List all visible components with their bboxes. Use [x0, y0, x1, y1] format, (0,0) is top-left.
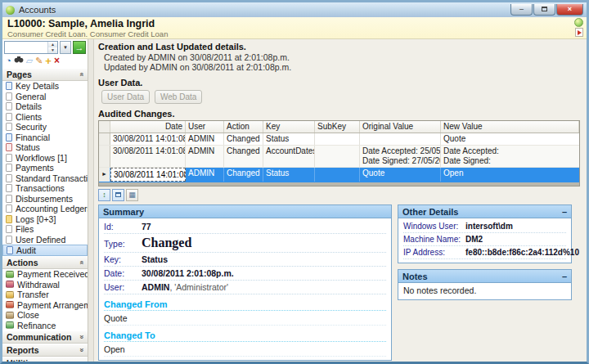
sidebar-item-files[interactable]: Files: [2, 224, 88, 235]
collapse-chevron-icon: «: [77, 72, 85, 76]
withdrawal-icon: [6, 281, 14, 288]
summary-field-type: Type: Changed: [104, 234, 386, 253]
page-icon: [6, 225, 12, 233]
expand-chevron-icon: »: [77, 335, 85, 339]
section-label: Reports: [7, 345, 39, 355]
titlebar[interactable]: Accounts – ×: [2, 2, 587, 17]
payment-arrangement-icon: [6, 301, 14, 308]
section-label: Communication: [7, 332, 71, 342]
changed-to-value: Open: [104, 342, 386, 357]
sidebar-item-transactions[interactable]: Transactions: [2, 183, 88, 194]
fit-rows-button[interactable]: ↕: [98, 189, 110, 201]
find-icon[interactable]: [14, 56, 24, 66]
spin-down-icon[interactable]: ▼: [48, 47, 57, 53]
user-data-button[interactable]: User Data: [101, 90, 150, 104]
sidebar-item-disbursements[interactable]: Disbursements: [2, 194, 88, 204]
maximize-icon: [542, 7, 547, 11]
sidebar-item-details[interactable]: Details: [2, 101, 88, 112]
sidebar-section-actions[interactable]: Actions «: [2, 256, 88, 269]
table-row[interactable]: 30/08/2011 14:01:08 ADMIN Changed Status…: [99, 133, 579, 146]
export-grid-button[interactable]: ▦: [126, 189, 138, 201]
detail-windows-user: Windows User: intersoft\dm: [403, 220, 566, 233]
sidebar-section-communication[interactable]: Communication »: [2, 330, 88, 344]
sidebar-item-clients[interactable]: Clients: [2, 112, 88, 123]
action-refinance[interactable]: Refinance: [2, 321, 88, 331]
minimize-button[interactable]: –: [510, 4, 533, 16]
grid-header-row: Date User Action Key SubKey Original Val…: [99, 121, 579, 133]
sidebar-item-logs[interactable]: Logs [0+3]: [2, 214, 88, 225]
sidebar-section-reports[interactable]: Reports »: [2, 344, 88, 357]
sidebar-item-status[interactable]: Status: [2, 142, 88, 153]
add-icon[interactable]: +: [45, 56, 52, 66]
clear-icon[interactable]: ▱: [26, 56, 33, 66]
updated-line: Updated by ADMIN on 30/08/2011 at 2:01:0…: [98, 63, 582, 73]
sidebar-item-security[interactable]: Security: [2, 122, 88, 133]
sidebar-item-audit[interactable]: Audit: [2, 245, 88, 256]
window-icon: [115, 192, 121, 197]
user-data-heading: User Data.: [98, 78, 582, 88]
action-withdrawal[interactable]: Withdrawal: [2, 280, 88, 290]
go-button[interactable]: →: [73, 41, 86, 54]
collapse-panel-button[interactable]: –: [562, 208, 567, 216]
action-transfer[interactable]: Transfer: [2, 290, 88, 300]
account-number-input[interactable]: [5, 42, 47, 53]
sidebar-item-workflows[interactable]: Workflows [1]: [2, 153, 88, 164]
account-header: L10000: Sample, Amelia Ingrid Consumer C…: [2, 17, 587, 39]
collapse-chevron-icon: «: [77, 260, 85, 264]
delete-icon[interactable]: ×: [54, 56, 60, 66]
sidebar-item-key-details[interactable]: Key Details: [2, 81, 88, 92]
sidebar-item-standard-transactions[interactable]: Standard Transactions: [2, 173, 88, 184]
sidebar-item-general[interactable]: General: [2, 92, 88, 102]
web-data-button[interactable]: Web Data: [155, 90, 202, 104]
section-label: Actions: [7, 258, 38, 267]
expand-grid-button[interactable]: [112, 189, 124, 201]
history-icon[interactable]: ◔: [6, 56, 11, 66]
account-dropdown-button[interactable]: ▼: [60, 41, 71, 54]
summary-field-id: Id: 77: [104, 220, 386, 234]
page-icon: [6, 236, 12, 244]
app-window: Accounts – × L10000: Sample, Amelia Ingr…: [0, 0, 589, 364]
export-icon[interactable]: [575, 28, 583, 37]
focused-cell[interactable]: 30/08/2011 14:01:08: [110, 168, 186, 182]
maximize-button[interactable]: [533, 4, 555, 16]
column-header-subkey[interactable]: SubKey: [315, 121, 360, 133]
page-icon: [6, 123, 12, 131]
creation-heading: Creation and Last Updated details.: [98, 42, 582, 52]
action-payment-arrangement[interactable]: Payment Arrangement: [2, 300, 88, 311]
sidebar-item-user-defined[interactable]: User Defined: [2, 235, 88, 245]
column-header-new-value[interactable]: New Value: [441, 121, 579, 133]
column-header-original-value[interactable]: Original Value: [360, 121, 441, 133]
collapse-panel-button[interactable]: –: [562, 272, 567, 281]
sidebar-section-utilities[interactable]: Utilities »: [2, 357, 88, 362]
sidebar-splitter[interactable]: [88, 39, 94, 362]
summary-panel-title: Summary: [103, 207, 144, 217]
refresh-icon[interactable]: [574, 18, 583, 27]
other-details-title: Other Details: [402, 207, 458, 217]
changed-from-value: Quote: [104, 311, 386, 326]
table-row[interactable]: 30/08/2011 14:01:08 ADMIN Changed Accoun…: [99, 146, 579, 168]
audited-changes-heading: Audited Changes.: [98, 109, 582, 119]
sidebar-item-financial[interactable]: Financial: [2, 133, 88, 143]
page-icon: [6, 143, 12, 151]
close-button[interactable]: ×: [556, 4, 583, 16]
sidebar-section-pages[interactable]: Pages «: [2, 68, 88, 81]
section-label: Pages: [7, 70, 32, 79]
sidebar-item-accounting-ledgers[interactable]: Accounting Ledgers: [2, 204, 88, 214]
column-header-key[interactable]: Key: [263, 121, 315, 133]
column-header-user[interactable]: User: [186, 121, 224, 133]
table-row-selected[interactable]: ► 30/08/2011 14:01:08 ADMIN Changed Stat…: [99, 168, 579, 182]
section-label: Utilities: [7, 358, 38, 362]
app-icon: [6, 6, 15, 15]
window-title: Accounts: [19, 5, 510, 15]
account-number-spinner[interactable]: ▲ ▼: [4, 41, 58, 54]
column-header-date[interactable]: Date: [110, 121, 186, 133]
column-header-action[interactable]: Action: [224, 121, 263, 133]
sidebar-item-payments[interactable]: Payments: [2, 163, 88, 173]
changed-to-heading: Changed To: [104, 330, 386, 342]
transfer-icon: [6, 291, 14, 299]
action-payment-received[interactable]: Payment Received: [2, 269, 88, 280]
page-icon: [6, 113, 12, 121]
edit-icon[interactable]: ✎: [35, 56, 43, 66]
spin-up-icon[interactable]: ▲: [48, 42, 57, 47]
action-close[interactable]: Close: [2, 310, 88, 321]
